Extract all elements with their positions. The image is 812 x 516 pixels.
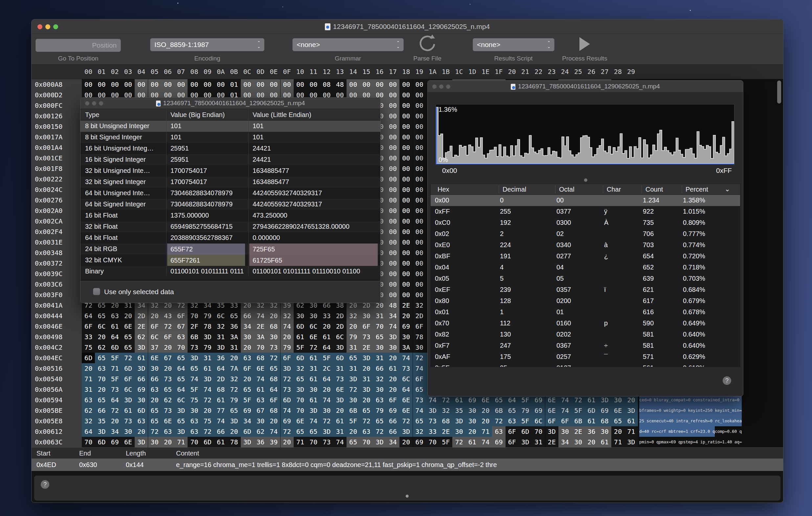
help-button[interactable]: ? [723, 376, 731, 385]
hex-byte[interactable]: 00 [413, 184, 426, 195]
hex-byte[interactable]: 73 [360, 332, 373, 342]
hex-byte[interactable]: 73 [426, 416, 439, 426]
hex-byte[interactable]: 72 [108, 405, 121, 416]
hex-byte[interactable]: 00 [400, 121, 412, 132]
hex-byte[interactable]: 6D [82, 353, 95, 363]
hex-byte[interactable]: 6F [413, 374, 426, 384]
hex-byte[interactable]: 00 [413, 206, 426, 216]
hex-byte[interactable]: 64 [174, 384, 187, 395]
hex-byte[interactable]: 6E [121, 321, 135, 332]
hex-byte[interactable]: 72 [281, 374, 294, 384]
hex-byte[interactable]: 00 [254, 79, 267, 90]
hex-byte[interactable]: 36 [585, 426, 598, 437]
hex-byte[interactable]: 75 [82, 342, 95, 353]
inspector-row-64-bit-signed-integer[interactable]: 64 bit Signed Integer7304682883407897944… [81, 199, 380, 210]
ascii-pane-row[interactable]: d=40 rc=crf mbtree=1 crf=23.0 qcomp=0.60… [639, 426, 742, 437]
hex-byte[interactable]: 66 [95, 405, 108, 416]
inspector-row-8-bit-unsigned-integer[interactable]: 8 bit Unsigned Integer101101 [81, 120, 380, 132]
hex-byte[interactable]: 5F [108, 374, 121, 384]
hex-byte[interactable]: 31 [214, 332, 227, 342]
hex-byte[interactable]: 73 [413, 395, 426, 405]
hex-byte[interactable]: 63 [360, 426, 373, 437]
hex-byte[interactable]: 20 [161, 342, 174, 353]
hex-byte[interactable]: 30 [294, 310, 307, 321]
hex-byte[interactable]: 00 [386, 79, 400, 90]
hex-byte[interactable]: 39 [267, 437, 280, 447]
hex-byte[interactable]: 6C [121, 384, 135, 395]
hex-byte[interactable]: 36 [254, 437, 267, 447]
hex-byte[interactable]: 3D [360, 384, 373, 395]
hex-byte[interactable]: 30 [148, 363, 161, 374]
hex-byte[interactable]: 34 [241, 416, 254, 426]
hex-byte[interactable]: 00 [386, 279, 400, 290]
hex-byte[interactable]: 20 [360, 363, 373, 374]
hex-byte[interactable]: 3D [187, 353, 201, 363]
hex-byte[interactable]: 75 [187, 395, 201, 405]
hex-byte[interactable]: 68 [267, 321, 280, 332]
hex-byte[interactable]: 20 [585, 437, 598, 447]
hex-byte[interactable]: 3A [400, 342, 412, 353]
hex-byte[interactable]: 65 [347, 353, 360, 363]
hex-byte[interactable]: 63 [187, 426, 201, 437]
hex-byte[interactable]: 65 [241, 384, 254, 395]
inspector-row-64-bit-unsigned-inte-[interactable]: 64 bit Unsigned Inte…7304682883407897944… [81, 188, 380, 199]
hex-byte[interactable]: 00 [413, 279, 426, 290]
inspector-row-24-bit-rgb[interactable]: 24 bit RGB655F72725F65 [81, 244, 380, 255]
hex-byte[interactable]: 20 [161, 437, 174, 447]
hex-byte[interactable]: 00 [386, 163, 400, 174]
hex-byte[interactable]: 2C [320, 363, 333, 374]
hex-byte[interactable]: 3D [214, 342, 227, 353]
hex-byte[interactable]: 65 [611, 416, 625, 426]
inspector-row-32-bit-signed-integer[interactable]: 32 bit Signed Integer1700754017163488547… [81, 176, 380, 188]
hex-byte[interactable]: 30 [400, 332, 412, 342]
hex-byte[interactable]: 30 [148, 437, 161, 447]
hex-byte[interactable]: 64 [214, 363, 227, 374]
hex-byte[interactable]: 01 [227, 79, 240, 90]
hex-byte[interactable]: 72 [267, 353, 280, 363]
hex-byte[interactable]: 08 [320, 79, 333, 90]
hex-byte[interactable]: 2E [545, 437, 558, 447]
hex-byte[interactable]: 6F [174, 310, 187, 321]
inspector-row-32-bit-cmyk[interactable]: 32 bit CMYK655F726161725F65 [81, 255, 380, 266]
hex-byte[interactable]: 5F [294, 342, 307, 353]
hex-byte[interactable]: 6F [505, 426, 519, 437]
stats-row-0x02[interactable]: 0x022027060.777% [431, 228, 740, 240]
hex-byte[interactable]: 72 [201, 395, 214, 405]
hex-byte[interactable]: 6D [95, 437, 108, 447]
stats-row-0x05[interactable]: 0x055056390.703% [431, 273, 740, 284]
stats-row-0x5F[interactable]: 0x5F950137_5610.618% [431, 362, 740, 367]
inspector-row-64-bit-float[interactable]: 64 bit Float203889035627883670.000000 [81, 233, 380, 244]
hex-byte[interactable]: 20 [267, 416, 280, 426]
vertical-scrollbar[interactable] [777, 81, 781, 104]
hex-byte[interactable]: 2D [135, 310, 148, 321]
ascii-pane-row[interactable]: pmin=0 qpmax=69 qpstep=4 ip_ratio=1.40 a… [639, 437, 742, 447]
hex-byte[interactable]: 00 [413, 237, 426, 247]
hex-byte[interactable]: 20 [347, 321, 360, 332]
hex-byte[interactable]: 31 [347, 342, 360, 353]
hex-byte[interactable]: 30 [347, 395, 360, 405]
hex-byte[interactable]: 5F [108, 353, 121, 363]
hex-byte[interactable]: 61 [598, 437, 611, 447]
inspector-row-32-bit-unsigned-inte-[interactable]: 32 bit Unsigned Inte…1700754017163488547… [81, 165, 380, 176]
hex-byte[interactable]: 6B [572, 416, 585, 426]
hex-byte[interactable]: 3D [201, 332, 214, 342]
hex-byte[interactable]: 6E [161, 416, 174, 426]
hex-byte[interactable]: 3D [625, 437, 638, 447]
hex-byte[interactable]: 20 [386, 384, 400, 395]
hex-byte[interactable]: 20 [95, 332, 108, 342]
stats-row-0x82[interactable]: 0x8213002025810.640% [431, 329, 740, 340]
hex-byte[interactable]: 30 [373, 342, 386, 353]
hex-byte[interactable]: 79 [227, 395, 240, 405]
hex-byte[interactable]: 73 [121, 416, 135, 426]
hex-byte[interactable]: 74 [558, 405, 572, 416]
hex-byte[interactable]: 6E [334, 384, 347, 395]
hex-byte[interactable]: 65 [413, 416, 426, 426]
hex-byte[interactable]: 65 [413, 384, 426, 395]
hex-byte[interactable]: 61 [307, 395, 320, 405]
hex-byte[interactable]: 72 [121, 353, 135, 363]
hex-byte[interactable]: 00 [108, 79, 121, 90]
hex-byte[interactable]: 00 [400, 258, 412, 269]
hex-byte[interactable]: 36 [214, 353, 227, 363]
hex-byte[interactable]: 68 [267, 374, 280, 384]
hex-byte[interactable]: 3A [254, 332, 267, 342]
